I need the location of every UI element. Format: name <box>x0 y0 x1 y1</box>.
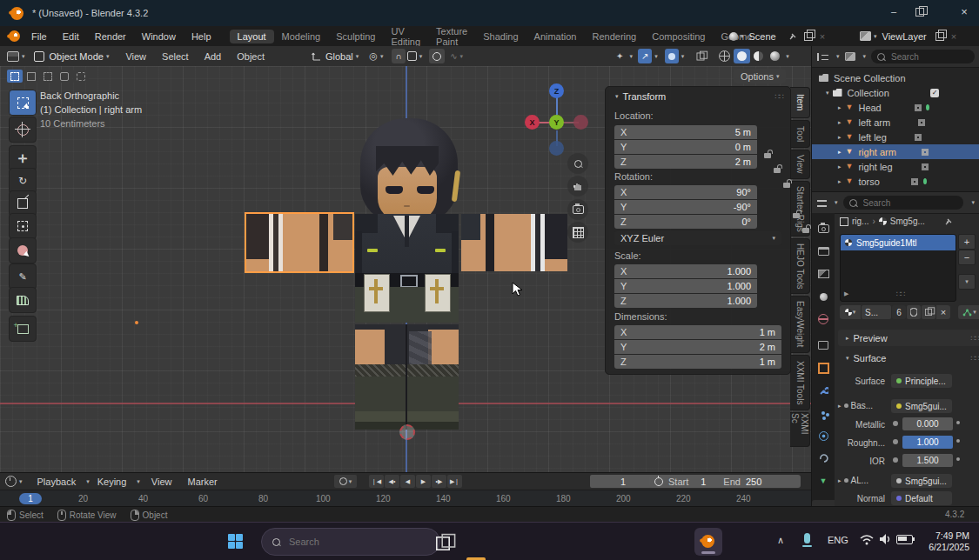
editor-type-icon[interactable] <box>7 51 19 62</box>
restore-button[interactable] <box>915 8 924 18</box>
scale-z-field[interactable]: Z1.000 <box>614 294 757 308</box>
file-explorer-icon[interactable] <box>465 553 487 560</box>
show-gizmo-icon[interactable]: ✦ <box>613 49 627 63</box>
taskbar-search-input[interactable] <box>287 536 395 548</box>
right-leg-expand-icon[interactable]: ▸ <box>838 163 842 170</box>
jump-to-start-button[interactable]: ❘◀ <box>369 475 384 488</box>
blender-menu-icon[interactable] <box>9 30 20 42</box>
gizmo-axis-y[interactable]: Y <box>549 115 564 130</box>
tool-cursor[interactable] <box>9 117 37 143</box>
menu-view[interactable]: View <box>117 51 154 62</box>
snap-chevron-icon[interactable]: ▾ <box>419 53 423 60</box>
normal-value-button[interactable]: Default <box>891 491 952 505</box>
material-slot-active[interactable]: Smg5guide1Mtl <box>841 235 956 250</box>
select-mode-difference[interactable] <box>57 70 72 83</box>
outliner-editor-icon[interactable] <box>817 53 828 61</box>
start-value[interactable]: 1 <box>701 477 706 487</box>
menu-file[interactable]: File <box>23 31 55 42</box>
outliner-item-torso[interactable]: ▸ ▼ torso <box>812 174 979 189</box>
npanel-tab-hejo-tools[interactable]: HEJO Tools <box>790 238 810 294</box>
taskbar-search[interactable] <box>261 528 440 556</box>
scale-x-field[interactable]: X1.000 <box>614 264 757 278</box>
task-view-icon[interactable] <box>432 530 454 553</box>
new-viewlayer-icon[interactable] <box>935 32 944 41</box>
surface-value-button[interactable]: Principle... <box>891 374 952 388</box>
zoom-icon[interactable] <box>567 153 588 174</box>
prev-keyframe-button[interactable]: ◀• <box>385 475 399 488</box>
render-properties-icon[interactable] <box>812 218 835 239</box>
gizmo-axis-x-negative[interactable] <box>573 115 588 130</box>
dimensions-x-field[interactable]: X1 m <box>614 325 781 339</box>
viewlayer-browse-chevron-icon[interactable]: ▾ <box>874 33 877 40</box>
proportional-chevron-icon[interactable]: ▾ <box>681 53 685 60</box>
base-color-row-prefix[interactable]: ▸Bas... <box>838 401 873 410</box>
close-button[interactable]: × <box>953 5 976 18</box>
mode-chevron-icon[interactable]: ▾ <box>106 53 110 60</box>
npanel-tab-item[interactable]: Item <box>790 87 810 118</box>
scene-properties-icon[interactable] <box>812 286 835 307</box>
outliner-search[interactable] <box>871 50 975 63</box>
left-arm-expand-icon[interactable]: ▸ <box>838 119 842 126</box>
tab-layout[interactable]: Layout <box>230 30 274 43</box>
dimensions-y-field[interactable]: Y2 m <box>614 340 781 354</box>
current-frame-field[interactable]: 1 <box>590 475 656 488</box>
pivot-chevron-icon[interactable]: ▾ <box>380 53 384 60</box>
shading-chevron-icon[interactable]: ▾ <box>786 53 789 60</box>
copy-material-icon[interactable] <box>922 305 935 319</box>
outliner-filter-chevron-icon[interactable]: ▾ <box>863 53 867 60</box>
remove-material-slot-button[interactable]: − <box>958 250 976 265</box>
pivot-point-icon[interactable]: ◎ <box>369 50 378 62</box>
tab-compositing[interactable]: Compositing <box>644 30 713 43</box>
gizmo-axis-x[interactable]: X <box>525 115 540 130</box>
surface-panel-header[interactable]: ▾Surface ∷∷ <box>838 350 979 366</box>
timeline-ruler[interactable]: 1 20 40 60 80 100 120 140 160 180 200 22… <box>0 490 811 508</box>
snap-magnet-icon[interactable]: ∩ <box>392 49 405 63</box>
add-material-slot-button[interactable]: + <box>958 234 976 250</box>
menu-select[interactable]: Select <box>154 51 197 62</box>
scene-browse-chevron-icon[interactable]: ▾ <box>741 33 744 40</box>
next-keyframe-button[interactable]: •▶ <box>432 475 446 488</box>
minimize-button[interactable]: – <box>882 6 905 17</box>
rotation-y-field[interactable]: Y-90° <box>614 200 757 214</box>
navigation-gizmo[interactable]: Z X Y <box>520 83 598 162</box>
ior-field[interactable]: 1.500 <box>902 454 953 467</box>
frame-range-fields[interactable]: Start 1 End 250 <box>649 475 801 488</box>
lock-location-y-icon[interactable] <box>774 168 781 173</box>
orientation-select[interactable]: Global <box>325 51 353 62</box>
tray-expand-icon[interactable]: ∧ <box>777 535 784 546</box>
select-mode-subtract[interactable] <box>40 70 56 83</box>
menu-object[interactable]: Object <box>229 51 272 62</box>
material-users-count[interactable]: 6 <box>892 305 906 319</box>
properties-search-input[interactable] <box>862 197 940 209</box>
select-mode-intersect[interactable] <box>73 70 89 83</box>
shading-solid-icon[interactable] <box>734 49 750 63</box>
volume-tray-icon[interactable] <box>879 533 891 545</box>
lock-rotation-y-icon[interactable] <box>802 228 809 233</box>
output-properties-icon[interactable] <box>812 241 835 262</box>
scene-name[interactable]: Scene <box>749 31 776 42</box>
base-color-value-button[interactable]: Smg5gui... <box>891 399 952 413</box>
location-y-field[interactable]: Y0 m <box>614 140 757 154</box>
panel-grip-icon[interactable]: ∷∷ <box>971 334 979 343</box>
battery-tray-icon[interactable] <box>896 535 913 544</box>
play-reverse-button[interactable]: ◀ <box>400 475 415 488</box>
outliner-item-right-leg[interactable]: ▸ ▼ right leg <box>812 159 979 174</box>
outliner-scene-collection[interactable]: Scene Collection <box>812 70 979 85</box>
tool-add-cube[interactable]: + <box>9 316 37 342</box>
properties-editor-chevron-icon[interactable]: ▾ <box>835 199 838 206</box>
tab-uv-editing[interactable]: UV Editing <box>383 24 428 49</box>
material-slot-list[interactable]: Smg5guide1Mtl ▶ ∷∷ <box>840 234 956 302</box>
outliner-item-head[interactable]: ▸ ▼ Head <box>812 100 979 115</box>
tab-animation[interactable]: Animation <box>526 30 585 43</box>
collection-checkbox[interactable]: ✓ <box>930 89 939 97</box>
orientation-chevron-icon[interactable]: ▾ <box>356 53 359 60</box>
outliner-item-left-leg[interactable]: ▸ ▼ left leg <box>812 130 979 144</box>
menu-window[interactable]: Window <box>134 31 184 42</box>
proportional-edit-icon[interactable] <box>429 49 445 63</box>
breadcrumb-object[interactable]: rig... <box>852 217 868 226</box>
menu-edit[interactable]: Edit <box>55 31 87 42</box>
tool-measure[interactable] <box>9 287 37 313</box>
panel-grip-icon[interactable]: ∷∷ <box>971 354 979 363</box>
jump-to-end-button[interactable]: ▶❘ <box>447 475 462 488</box>
head-hair[interactable] <box>360 118 458 223</box>
